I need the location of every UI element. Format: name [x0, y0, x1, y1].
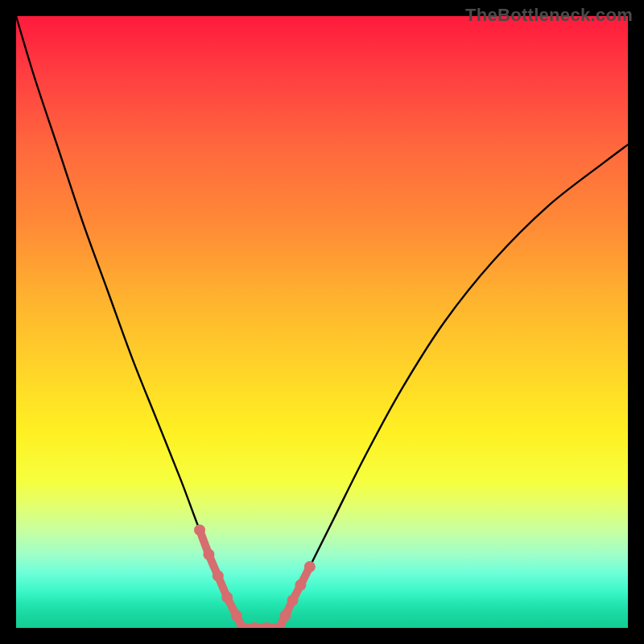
dot-left [213, 570, 224, 581]
dot-left [231, 610, 242, 621]
curve-layer [16, 16, 628, 628]
dot-floor [262, 622, 273, 628]
dot-right [304, 561, 316, 572]
curve-right [279, 145, 628, 628]
dot-floor [249, 622, 260, 628]
dot-left [221, 592, 233, 603]
dot-right [279, 610, 291, 621]
curve-left [16, 16, 242, 628]
plot-area [16, 16, 628, 628]
dot-right [295, 580, 306, 591]
dot-right [287, 595, 299, 606]
watermark-text: TheBottleneck.com [465, 5, 633, 26]
dot-left [194, 524, 205, 535]
chart-root: TheBottleneck.com [0, 0, 644, 644]
dot-left [203, 549, 214, 560]
